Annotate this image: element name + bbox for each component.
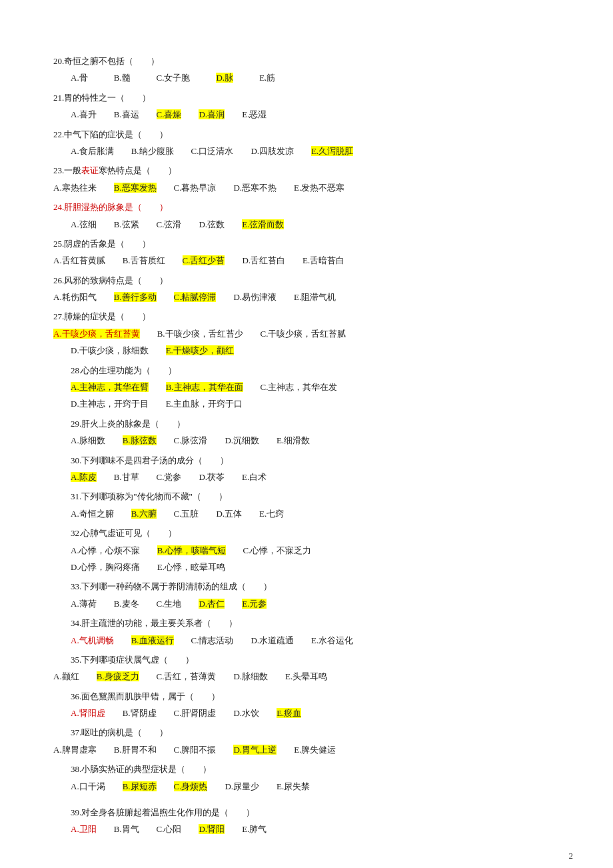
question-29: 29.肝火上炎的脉象是（ ） A.脉细数 B.脉弦数 C.脉弦滑 D.沉细数 E… [53, 416, 560, 449]
q23-options: A.寒热往来 B.恶寒发热 C.暮热早凉 D.恶寒不热 E.发热不恶寒 [53, 180, 560, 195]
question-24: 24.肝胆湿热的脉象是（ ） A.弦细 B.弦紧 C.弦滑 D.弦数 E.弦滑而… [53, 199, 560, 232]
q26-opt-b: B.善行多动 [114, 292, 157, 302]
question-33: 33.下列哪一种药物不属于养阴清肺汤的组成（ ） A.薄荷 B.麦冬 C.生地 … [53, 579, 560, 611]
q34-text: 34.肝主疏泄的功能，最主要关系者（ ） [53, 615, 560, 631]
q33-text: 33.下列哪一种药物不属于养阴清肺汤的组成（ ） [53, 579, 560, 594]
q20-text: 20.奇恒之腑不包括（ ） [53, 53, 560, 69]
question-39: 39.对全身各脏腑起着温煦生化作用的是（ ） A.卫阳 B.胃气 C.心阳 D.… [53, 805, 560, 837]
question-26: 26.风邪的致病特点是（ ） A.耗伤阳气 B.善行多动 C.粘腻停滞 D.易伤… [53, 273, 560, 305]
q27-options-1: A.干咳少痰，舌红苔黄 B.干咳少痰，舌红苔少 C.干咳少痰，舌红苔腻 [53, 326, 560, 341]
q27-options-2: D.干咳少痰，脉细数 E.干燥咳少，颧红 [53, 343, 560, 358]
q26-text: 26.风邪的致病特点是（ ） [53, 273, 560, 288]
q31-text: 31.下列哪项称为"传化物而不藏"（ ） [53, 489, 560, 504]
q39-options: A.卫阳 B.胃气 C.心阳 D.肾阳 E.肺气 [53, 821, 560, 837]
question-28: 28.心的生理功能为（ ） A.主神志，其华在臂 B.主神志，其华在面 C.主神… [53, 363, 560, 412]
q21-opt-d: D.喜润 [199, 109, 225, 119]
q22-opt-e: E.久泻脱肛 [311, 146, 353, 156]
question-34: 34.肝主疏泄的功能，最主要关系者（ ） A.气机调畅 B.血液运行 C.情志活… [53, 615, 560, 648]
question-22: 22.中气下陷的症状是（ ） A.食后胀满 B.纳少腹胀 C.口泛清水 D.四肢… [53, 127, 560, 159]
question-27: 27.肺燥的症状是（ ） A.干咳少痰，舌红苔黄 B.干咳少痰，舌红苔少 C.干… [53, 309, 560, 358]
q31-opt-b: B.六腑 [131, 509, 157, 519]
q27-opt-e: E.干燥咳少，颧红 [166, 345, 234, 355]
q39-opt-d: D.肾阳 [199, 824, 225, 834]
q38-text: 38.小肠实热证的典型症状是（ ） [53, 761, 560, 777]
q35-opt-b: B.身疲乏力 [97, 671, 139, 681]
q36-text: 36.面色黧黑而肌肤甲错，属于（ ） [53, 689, 560, 704]
q27-text: 27.肺燥的症状是（ ） [53, 309, 560, 324]
q22-text: 22.中气下陷的症状是（ ） [53, 127, 560, 142]
question-36: 36.面色黧黑而肌肤甲错，属于（ ） A.肾阳虚 B.肾阴虚 C.肝肾阴虚 D.… [53, 689, 560, 721]
question-20: 20.奇恒之腑不包括（ ） A.骨 B.髓 C.女子胞 D.脉 E.筋 [53, 53, 560, 86]
q30-options: A.陈皮 B.甘草 C.党参 D.茯苓 E.白术 [53, 469, 560, 485]
question-38: 38.小肠实热证的典型症状是（ ） A.口干渴 B.尿短赤 C.身烦热 D.尿量… [53, 761, 560, 794]
q31-options: A.奇恒之腑 B.六腑 C.五脏 D.五体 E.七窍 [53, 506, 560, 521]
q20-options: A.骨 B.髓 C.女子胞 D.脉 E.筋 [53, 70, 560, 85]
q24-opt-e: E.弦滑而数 [242, 219, 284, 229]
question-31: 31.下列哪项称为"传化物而不藏"（ ） A.奇恒之腑 B.六腑 C.五脏 D.… [53, 489, 560, 521]
q36-opt-e: E.瘀血 [277, 708, 301, 718]
q28-opt-a: A.主神志，其华在臂 [71, 382, 149, 392]
question-32: 32.心肺气虚证可见（ ） A.心悸，心烦不寐 B.心悸，咳喘气短 C.心悸，不… [53, 525, 560, 575]
q34-options: A.气机调畅 B.血液运行 C.情志活动 D.水道疏通 E.水谷运化 [53, 633, 560, 648]
q25-text: 25.阴虚的舌象是（ ） [53, 236, 560, 251]
q27-opt-a: A.干咳少痰，舌红苔黄 [53, 329, 140, 339]
q34-opt-b: B.血液运行 [131, 635, 174, 645]
q29-opt-b: B.脉弦数 [123, 435, 157, 445]
question-23: 23.一般表证寒热特点是（ ） A.寒热往来 B.恶寒发热 C.暮热早凉 D.恶… [53, 163, 560, 195]
page: 20.奇恒之腑不包括（ ） A.骨 B.髓 C.女子胞 D.脉 E.筋 21.胃… [0, 0, 613, 868]
q36-opt-a: A.肾阳虚 [71, 708, 105, 718]
q33-options: A.薄荷 B.麦冬 C.生地 D.杏仁 E.元参 [53, 596, 560, 611]
q23-opt-b: B.恶寒发热 [114, 183, 157, 193]
q25-options: A.舌红苔黄腻 B.舌苔质红 C.舌红少苔 D.舌红苔白 E.舌暗苔白 [53, 253, 560, 268]
q29-options: A.脉细数 B.脉弦数 C.脉弦滑 D.沉细数 E.细滑数 [53, 433, 560, 448]
q23-text: 23.一般表证寒热特点是（ ） [53, 163, 560, 178]
q38-opt-b: B.尿短赤 [123, 781, 157, 791]
q32-options-2: D.心悸，胸闷疼痛 E.心悸，眩晕耳鸣 [53, 559, 560, 575]
q20-opt-d: D.脉 [216, 73, 233, 83]
q26-opt-c: C.粘腻停滞 [174, 292, 217, 302]
q21-options: A.喜升 B.喜运 C.喜燥 D.喜润 E.恶湿 [53, 107, 560, 122]
q21-text: 21.胃的特性之一（ ） [53, 90, 560, 105]
q34-opt-a: A.气机调畅 [71, 635, 114, 645]
q21-opt-c: C.喜燥 [157, 109, 182, 119]
question-37: 37.呕吐的病机是（ ） A.脾胃虚寒 B.肝胃不和 C.脾阳不振 D.胃气上逆… [53, 725, 560, 757]
questions-container: 20.奇恒之腑不包括（ ） A.骨 B.髓 C.女子胞 D.脉 E.筋 21.胃… [53, 53, 560, 837]
q39-text: 39.对全身各脏腑起着温煦生化作用的是（ ） [53, 805, 560, 820]
q33-opt-e: E.元参 [242, 599, 267, 609]
q24-options: A.弦细 B.弦紧 C.弦滑 D.弦数 E.弦滑而数 [53, 217, 560, 232]
q30-text: 30.下列哪味不是四君子汤的成分（ ） [53, 453, 560, 468]
q36-options: A.肾阳虚 B.肾阴虚 C.肝肾阴虚 D.水饮 E.瘀血 [53, 705, 560, 721]
q32-options-1: A.心悸，心烦不寐 B.心悸，咳喘气短 C.心悸，不寐乏力 [53, 543, 560, 558]
q25-opt-c: C.舌红少苔 [183, 255, 225, 265]
spacer-1 [53, 798, 560, 805]
q35-options: A.颧红 B.身疲乏力 C.舌红，苔薄黄 D.脉细数 E.头晕耳鸣 [53, 669, 560, 684]
q38-opt-c: C.身烦热 [174, 781, 208, 791]
q32-text: 32.心肺气虚证可见（ ） [53, 525, 560, 541]
q38-options: A.口干渴 B.尿短赤 C.身烦热 D.尿量少 E.尿失禁 [53, 779, 560, 794]
q24-text: 24.肝胆湿热的脉象是（ ） [53, 199, 560, 215]
q30-opt-a: A.陈皮 [71, 472, 97, 482]
q37-opt-d: D.胃气上逆 [233, 745, 277, 755]
q28-options-2: D.主神志，开窍于目 E.主血脉，开窍于口 [53, 396, 560, 411]
q33-opt-d: D.杏仁 [199, 599, 225, 609]
q29-text: 29.肝火上炎的脉象是（ ） [53, 416, 560, 431]
page-number: 2 [569, 851, 574, 861]
q28-text: 28.心的生理功能为（ ） [53, 363, 560, 378]
q37-text: 37.呕吐的病机是（ ） [53, 725, 560, 740]
q35-text: 35.下列哪项症状属气虚（ ） [53, 652, 560, 667]
question-30: 30.下列哪味不是四君子汤的成分（ ） A.陈皮 B.甘草 C.党参 D.茯苓 … [53, 453, 560, 485]
q23-highlight-text: 表证 [81, 165, 99, 175]
q37-options: A.脾胃虚寒 B.肝胃不和 C.脾阳不振 D.胃气上逆 E.脾失健运 [53, 742, 560, 757]
q26-options: A.耗伤阳气 B.善行多动 C.粘腻停滞 D.易伤津液 E.阻滞气机 [53, 289, 560, 305]
q22-options: A.食后胀满 B.纳少腹胀 C.口泛清水 D.四肢发凉 E.久泻脱肛 [53, 143, 560, 159]
q32-opt-b: B.心悸，咳喘气短 [157, 545, 226, 555]
q28-opt-b: B.主神志，其华在面 [166, 382, 243, 392]
q28-options-1: A.主神志，其华在臂 B.主神志，其华在面 C.主神志，其华在发 [53, 379, 560, 395]
question-35: 35.下列哪项症状属气虚（ ） A.颧红 B.身疲乏力 C.舌红，苔薄黄 D.脉… [53, 652, 560, 685]
question-21: 21.胃的特性之一（ ） A.喜升 B.喜运 C.喜燥 D.喜润 E.恶湿 [53, 90, 560, 123]
question-25: 25.阴虚的舌象是（ ） A.舌红苔黄腻 B.舌苔质红 C.舌红少苔 D.舌红苔… [53, 236, 560, 269]
q39-opt-a: A.卫阳 [71, 824, 97, 834]
